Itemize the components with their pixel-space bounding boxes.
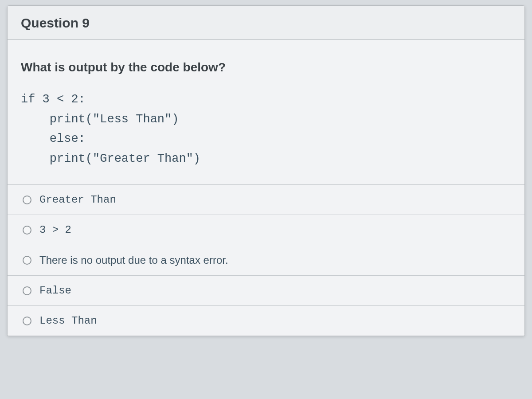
answer-option[interactable]: There is no output due to a syntax error… [8, 245, 524, 276]
radio-icon [23, 286, 31, 295]
question-header: Question 9 [8, 6, 524, 40]
question-card: Question 9 What is output by the code be… [7, 5, 525, 336]
answer-option[interactable]: 3 > 2 [8, 215, 524, 245]
answer-label: There is no output due to a syntax error… [39, 254, 228, 266]
radio-icon [23, 317, 31, 325]
radio-icon [23, 196, 31, 204]
answer-label: Greater Than [39, 194, 116, 206]
answer-label: 3 > 2 [39, 224, 71, 236]
radio-icon [23, 256, 31, 265]
answer-option[interactable]: Less Than [8, 306, 524, 336]
radio-icon [23, 226, 31, 235]
answer-label: False [39, 285, 71, 297]
answer-option[interactable]: False [8, 276, 524, 306]
code-block: if 3 < 2: print("Less Than") else: print… [21, 90, 511, 168]
answer-option[interactable]: Greater Than [8, 185, 524, 215]
question-title: Question 9 [21, 16, 511, 31]
answer-list: Greater Than 3 > 2 There is no output du… [8, 184, 524, 336]
question-body: What is output by the code below? if 3 <… [8, 40, 524, 184]
question-prompt: What is output by the code below? [21, 60, 511, 74]
answer-label: Less Than [39, 315, 97, 327]
